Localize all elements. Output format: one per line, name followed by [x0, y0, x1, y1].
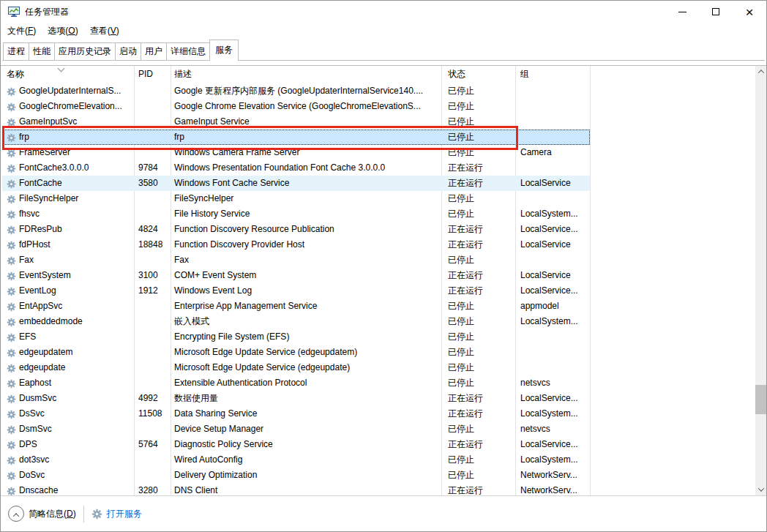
- service-row[interactable]: DusmSvc 4992 数据使用量 正在运行 LocalService...: [2, 391, 590, 406]
- service-status: 正在运行: [441, 222, 515, 237]
- maximize-button[interactable]: [699, 1, 733, 23]
- service-status: 已停止: [441, 452, 515, 468]
- tab-users[interactable]: 用户: [141, 42, 167, 60]
- service-description: frp: [171, 130, 441, 145]
- service-row[interactable]: Eaphost Extensible Authentication Protoc…: [2, 375, 590, 391]
- tab-processes[interactable]: 进程: [3, 42, 29, 60]
- column-header-pid[interactable]: PID: [134, 66, 171, 83]
- service-row[interactable]: fdPHost 18848 Function Discovery Provide…: [2, 237, 590, 252]
- service-gear-icon: [7, 148, 16, 157]
- service-row[interactable]: FileSyncHelper FileSyncHelper 已停止: [2, 191, 590, 206]
- service-name: Dnscache: [19, 483, 58, 495]
- service-pid: [134, 422, 171, 437]
- service-gear-icon: [7, 225, 16, 234]
- fewer-details-label: 简略信息(D): [29, 508, 76, 520]
- service-group: LocalSystem...: [515, 206, 590, 222]
- column-header-name[interactable]: 名称: [2, 66, 134, 83]
- minimize-button[interactable]: [665, 1, 699, 23]
- scrollbar-thumb[interactable]: [755, 385, 767, 414]
- title-bar: 任务管理器 ×: [1, 1, 766, 23]
- service-row[interactable]: GoogleUpdaterInternalS... Google 更新程序内部服…: [2, 83, 590, 99]
- service-pid: 11508: [134, 406, 171, 422]
- service-row[interactable]: FontCache3.0.0.0 9784 Windows Presentati…: [2, 160, 590, 176]
- tab-details[interactable]: 详细信息: [166, 42, 210, 60]
- service-gear-icon: [7, 363, 16, 372]
- service-group: [515, 83, 590, 99]
- service-row[interactable]: Fax Fax 已停止: [2, 252, 590, 268]
- service-row[interactable]: DsmSvc Device Setup Manager 已停止 netsvcs: [2, 422, 590, 437]
- service-status: 正在运行: [441, 483, 515, 495]
- service-gear-icon: [7, 301, 16, 311]
- scrollbar-down-button[interactable]: [755, 484, 767, 495]
- chevron-down-icon: [758, 485, 764, 491]
- service-row[interactable]: DoSvc Delivery Optimization 已停止 NetworkS…: [2, 468, 590, 483]
- service-pid: [134, 130, 171, 145]
- service-description: Google 更新程序内部服务 (GoogleUpdaterInternalSe…: [171, 83, 441, 99]
- service-pid: [134, 468, 171, 483]
- service-status: 正在运行: [441, 268, 515, 283]
- service-pid: [134, 452, 171, 468]
- service-name-cell: embeddedmode: [2, 314, 134, 329]
- menu-bar: 文件(F) 选项(O) 查看(V): [1, 23, 766, 40]
- service-name: edgeupdate: [19, 360, 65, 375]
- close-button[interactable]: ×: [733, 1, 766, 23]
- service-name: EventSystem: [19, 268, 71, 283]
- service-name-cell: GoogleChromeElevation...: [2, 99, 134, 114]
- service-name-cell: GoogleUpdaterInternalS...: [2, 83, 134, 99]
- service-row[interactable]: frp frp 已停止: [2, 130, 590, 145]
- service-row[interactable]: DsSvc 11508 Data Sharing Service 正在运行 Lo…: [2, 406, 590, 422]
- service-pid: 1912: [134, 283, 171, 299]
- service-description: Fax: [171, 252, 441, 268]
- service-row[interactable]: embeddedmode 嵌入模式 已停止 LocalSystem...: [2, 314, 590, 329]
- service-row[interactable]: FDResPub 4824 Function Discovery Resourc…: [2, 222, 590, 237]
- service-gear-icon: [7, 471, 16, 480]
- service-name: embeddedmode: [19, 314, 83, 329]
- service-group: LocalService: [515, 176, 590, 191]
- column-header-status[interactable]: 状态: [441, 66, 515, 83]
- service-name: FontCache: [19, 176, 62, 191]
- service-row[interactable]: edgeupdate Microsoft Edge Update Service…: [2, 360, 590, 375]
- service-name-cell: FileSyncHelper: [2, 191, 134, 206]
- service-row[interactable]: EFS Encrypting File System (EFS) 已停止: [2, 329, 590, 345]
- menu-options[interactable]: 选项(O): [48, 25, 78, 37]
- service-row[interactable]: GameInputSvc GameInput Service 已停止: [2, 114, 590, 130]
- tab-performance[interactable]: 性能: [29, 42, 55, 60]
- service-row[interactable]: Dnscache 3280 DNS Client 正在运行 NetworkSer…: [2, 483, 590, 495]
- service-gear-icon: [7, 117, 16, 127]
- service-row[interactable]: FontCache 3580 Windows Font Cache Servic…: [2, 176, 590, 191]
- service-name: DsmSvc: [19, 422, 52, 437]
- service-description: File History Service: [171, 206, 441, 222]
- service-description: GameInput Service: [171, 114, 441, 130]
- service-row[interactable]: DPS 5764 Diagnostic Policy Service 正在运行 …: [2, 437, 590, 452]
- menu-file[interactable]: 文件(F): [7, 25, 36, 37]
- service-row[interactable]: EventSystem 3100 COM+ Event System 正在运行 …: [2, 268, 590, 283]
- column-header-description[interactable]: 描述: [171, 66, 441, 83]
- service-row[interactable]: EventLog 1912 Windows Event Log 正在运行 Loc…: [2, 283, 590, 299]
- service-row[interactable]: GoogleChromeElevation... Google Chrome E…: [2, 99, 590, 114]
- scrollbar-up-button[interactable]: [755, 66, 767, 78]
- service-name: fdPHost: [19, 237, 50, 252]
- vertical-scrollbar[interactable]: [755, 66, 767, 495]
- service-row[interactable]: dot3svc Wired AutoConfig 已停止 LocalSystem…: [2, 452, 590, 468]
- tab-services[interactable]: 服务: [209, 40, 239, 61]
- service-name: EFS: [19, 329, 36, 345]
- service-name: DusmSvc: [19, 391, 56, 406]
- service-description: Extensible Authentication Protocol: [171, 375, 441, 391]
- service-name: DoSvc: [19, 468, 45, 483]
- service-group: LocalService: [515, 237, 590, 252]
- fewer-details-button[interactable]: 简略信息(D): [8, 506, 76, 522]
- service-name: DsSvc: [19, 406, 45, 422]
- service-row[interactable]: EntAppSvc Enterprise App Management Serv…: [2, 299, 590, 314]
- service-status: 已停止: [441, 145, 515, 160]
- tab-startup[interactable]: 启动: [115, 42, 141, 60]
- tab-app-history[interactable]: 应用历史记录: [54, 42, 116, 60]
- service-description: Windows Presentation Foundation Font Cac…: [171, 160, 441, 176]
- column-header-group[interactable]: 组: [515, 66, 590, 83]
- service-pid: 4992: [134, 391, 171, 406]
- open-services-button[interactable]: 打开服务: [91, 508, 142, 520]
- service-row[interactable]: edgeupdatem Microsoft Edge Update Servic…: [2, 345, 590, 360]
- menu-view[interactable]: 查看(V): [90, 25, 119, 37]
- service-pid: [134, 191, 171, 206]
- service-row[interactable]: FrameServer Windows Camera Frame Server …: [2, 145, 590, 160]
- service-row[interactable]: fhsvc File History Service 已停止 LocalSyst…: [2, 206, 590, 222]
